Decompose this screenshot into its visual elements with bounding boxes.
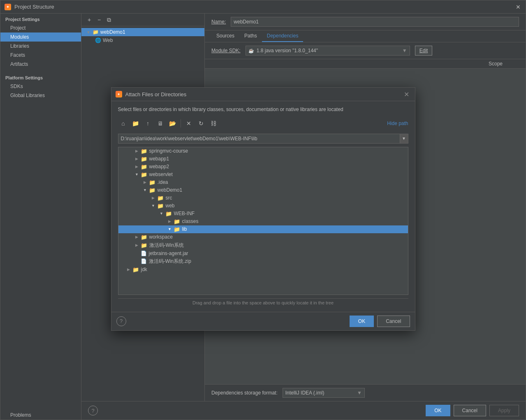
dialog-ok-button[interactable]: OK (350, 316, 374, 327)
ftree-arrow-webapp1: ▶ (134, 157, 140, 161)
toolbar-up-button[interactable]: ↑ (143, 118, 153, 129)
ftree-folder-icon-idea: 📁 (149, 179, 155, 186)
ftree-springmvc-course[interactable]: ▶ 📁 springmvc-course (118, 147, 408, 155)
ftree-label-webservlet: webservlet (149, 172, 173, 177)
ftree-arrow-web: ▼ (151, 204, 156, 208)
ftree-webapp2[interactable]: ▶ 📁 webapp2 (118, 163, 408, 171)
ftree-arrow-webinf: ▼ (159, 211, 165, 216)
dialog-toolbar: ⌂ 📁 ↑ 🖥 📂 ✕ ↻ ⛓ Hide path (118, 116, 408, 130)
ftree-activate-zip[interactable]: ▶ 📄 激活码-Win系统.zip (118, 257, 408, 266)
ftree-classes[interactable]: ▶ 📁 classes (118, 218, 408, 225)
ftree-arrow-lib: ▼ (167, 227, 173, 231)
ftree-arrow-workspace: ▶ (134, 235, 140, 239)
ftree-webservlet[interactable]: ▼ 📁 webservlet (118, 171, 408, 179)
app-icon: ✦ (5, 4, 11, 10)
ftree-arrow-src: ▶ (151, 196, 156, 200)
toolbar-new-folder-button[interactable]: 📂 (167, 118, 178, 129)
ftree-folder-icon-web: 📁 (157, 203, 164, 209)
ftree-folder-icon-src: 📁 (157, 195, 164, 201)
ftree-src[interactable]: ▶ 📁 src (118, 194, 408, 202)
dialog-description: Select files or directories in which lib… (118, 106, 408, 113)
ftree-activate-win[interactable]: ▶ 📁 激活码-Win系统 (118, 241, 408, 250)
toolbar-home-button[interactable]: ⌂ (118, 118, 129, 129)
ftree-folder-icon-webinf: 📁 (165, 211, 172, 217)
ftree-folder-icon-workspace: 📁 (141, 234, 147, 240)
dialog-title-text: Attach Files or Directories (125, 91, 399, 97)
ftree-arrow-webservlet: ▼ (134, 172, 140, 176)
ftree-idea[interactable]: ▶ 📁 .idea (118, 179, 408, 186)
drag-hint: Drag and drop a file into the space abov… (118, 298, 408, 307)
ftree-label-workspace: workspace (149, 234, 173, 240)
toolbar-desktop-button[interactable]: 🖥 (155, 118, 166, 129)
ftree-label-web-tree: web (166, 203, 175, 209)
dialog-help-button[interactable]: ? (116, 316, 126, 326)
ftree-arrow-webapp2: ▶ (134, 165, 140, 169)
dialog-bottom-bar: ? OK Cancel (111, 312, 415, 330)
toolbar-separator-1 (181, 119, 181, 128)
ftree-folder-icon-webapp2: 📁 (141, 164, 147, 170)
ftree-label-idea: .idea (158, 179, 168, 185)
path-input[interactable] (118, 136, 400, 142)
ftree-folder-icon-webservlet: 📁 (141, 172, 147, 178)
path-dropdown-button[interactable]: ▼ (400, 134, 408, 143)
ftree-folder-icon-classes: 📁 (174, 218, 180, 225)
dialog-overlay: ✦ Attach Files or Directories ✕ Select f… (0, 13, 526, 420)
ftree-label-webapp1: webapp1 (149, 156, 169, 162)
file-tree[interactable]: ▶ 📁 springmvc-course ▶ 📁 webapp1 ▶ 📁 web… (118, 147, 408, 295)
ftree-arrow-webdemo1: ▼ (142, 188, 148, 192)
dialog-title-bar: ✦ Attach Files or Directories ✕ (111, 88, 415, 101)
title-bar: ✦ Project Structure ✕ (0, 0, 526, 14)
window-title: Project Structure (14, 4, 515, 10)
ftree-webdemo1-tree[interactable]: ▼ 📁 webDemo1 (118, 186, 408, 194)
ftree-arrow-idea: ▶ (142, 180, 148, 184)
ftree-folder-icon-jdk: 📁 (132, 267, 139, 273)
ftree-folder-icon-webdemo1: 📁 (149, 187, 155, 193)
window-close-button[interactable]: ✕ (515, 4, 521, 10)
dialog-body: Select files or directories in which lib… (111, 101, 415, 312)
dialog-close-button[interactable]: ✕ (403, 90, 411, 98)
path-bar: ▼ (118, 134, 408, 144)
ftree-label-activate: 激活码-Win系统 (149, 242, 184, 249)
ftree-arrow-classes: ▶ (167, 219, 173, 223)
ftree-zip-icon: 📄 (141, 258, 147, 264)
toolbar-link-button[interactable]: ⛓ (208, 118, 219, 129)
ftree-label-webdemo1-tree: webDemo1 (158, 187, 183, 193)
ftree-label-classes: classes (182, 218, 199, 224)
ftree-jar-icon: 📄 (141, 251, 147, 256)
ftree-arrow-springmvc: ▶ (134, 149, 140, 153)
toolbar-refresh-button[interactable]: ↻ (196, 118, 206, 129)
ftree-webinf[interactable]: ▼ 📁 WEB-INF (118, 210, 408, 218)
dialog-cancel-button[interactable]: Cancel (377, 316, 410, 327)
ftree-label-jdk: jdk (141, 267, 147, 272)
ftree-lib[interactable]: ▼ 📁 lib (118, 225, 408, 233)
attach-files-dialog: ✦ Attach Files or Directories ✕ Select f… (111, 87, 415, 331)
ftree-label-lib: lib (182, 226, 187, 232)
ftree-label-zip: 激活码-Win系统.zip (149, 258, 191, 265)
hide-path-link[interactable]: Hide path (387, 121, 408, 126)
ftree-webapp1[interactable]: ▶ 📁 webapp1 (118, 155, 408, 163)
ftree-folder-icon-springmvc: 📁 (141, 148, 147, 154)
dialog-icon: ✦ (116, 91, 122, 97)
ftree-folder-icon-lib: 📁 (174, 226, 180, 232)
ftree-label-webinf: WEB-INF (174, 211, 195, 216)
ftree-folder-icon-activate: 📁 (141, 242, 147, 248)
toolbar-delete-button[interactable]: ✕ (183, 118, 194, 129)
ftree-folder-icon-webapp1: 📁 (141, 156, 147, 162)
ftree-label-webapp2: webapp2 (149, 164, 169, 169)
ftree-arrow-jdk: ▶ (126, 267, 132, 271)
ftree-label-jar: jetbrains-agent.jar (149, 251, 188, 256)
ftree-arrow-activate: ▶ (134, 243, 140, 247)
ftree-workspace[interactable]: ▶ 📁 workspace (118, 233, 408, 241)
ftree-jdk[interactable]: ▶ 📁 jdk (118, 266, 408, 274)
ftree-label-src: src (166, 195, 172, 201)
ftree-web-tree[interactable]: ▼ 📁 web (118, 202, 408, 210)
ftree-label-springmvc: springmvc-course (149, 148, 188, 154)
ftree-jetbrains-agent[interactable]: ▶ 📄 jetbrains-agent.jar (118, 250, 408, 257)
toolbar-folder-button[interactable]: 📁 (130, 118, 141, 129)
